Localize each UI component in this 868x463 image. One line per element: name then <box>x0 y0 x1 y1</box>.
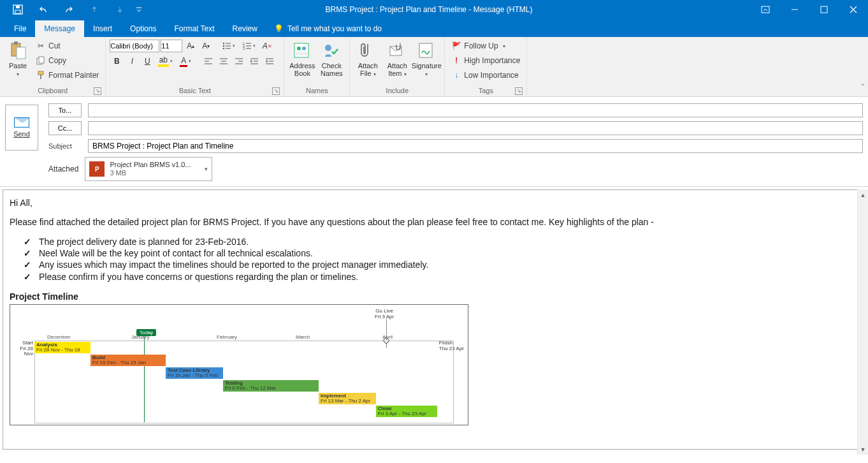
tab-review[interactable]: Review <box>224 20 266 37</box>
envelope-icon <box>14 117 29 128</box>
exclamation-icon: ! <box>451 55 461 66</box>
title-bar: BRMS Project : Project Plan and Timeline… <box>0 0 868 19</box>
underline-button[interactable]: U <box>140 54 154 68</box>
tab-file[interactable]: File <box>5 20 35 37</box>
check-names-button[interactable]: Check Names <box>317 39 345 78</box>
scroll-down-button[interactable]: ▼ <box>858 444 869 455</box>
svg-point-43 <box>297 47 301 50</box>
clear-formatting-button[interactable]: A✕ <box>260 39 274 53</box>
to-button[interactable]: To... <box>48 103 82 117</box>
clipboard-dialog-launcher[interactable]: ↘ <box>94 87 101 95</box>
prev-item-button[interactable] <box>82 0 107 19</box>
tab-options[interactable]: Options <box>121 20 165 37</box>
group-names: Address Book Check Names Names <box>284 37 350 96</box>
quick-access-toolbar <box>0 0 145 19</box>
undo-button[interactable] <box>31 0 56 19</box>
minimize-button[interactable] <box>780 0 809 19</box>
milestone-label: Go Live Fri 3 Apr <box>375 309 394 320</box>
start-label: StartFri 28 Nov <box>14 341 33 357</box>
close-button[interactable] <box>839 0 868 19</box>
signature-button[interactable]: Signature ▾ <box>412 39 440 78</box>
cc-field[interactable] <box>88 121 863 135</box>
tab-format-text[interactable]: Format Text <box>165 20 223 37</box>
tell-me-search[interactable]: 💡 Tell me what you want to do <box>266 20 389 37</box>
address-book-button[interactable]: Address Book <box>288 39 316 78</box>
redo-button[interactable] <box>56 0 82 19</box>
message-body[interactable]: Hi All, Please find attached the detaile… <box>3 189 865 450</box>
down-arrow-icon: ↓ <box>451 70 461 80</box>
vertical-scrollbar[interactable]: ▲ ▼ <box>857 189 868 455</box>
highlight-button[interactable]: ab▾ <box>156 54 175 68</box>
paperclip-icon <box>358 40 378 61</box>
svg-point-15 <box>223 43 224 44</box>
attached-label: Attached <box>48 165 78 173</box>
attach-item-button[interactable]: Attach Item ▾ <box>383 39 411 78</box>
flag-icon: 🚩 <box>451 41 461 51</box>
bullet-list: The project delivery date is planned for… <box>10 236 858 283</box>
copy-icon <box>36 55 46 66</box>
svg-rect-3 <box>762 6 769 13</box>
svg-rect-45 <box>296 52 307 55</box>
qat-customize-button[interactable] <box>133 0 145 19</box>
cc-button[interactable]: Cc... <box>48 121 82 135</box>
attachment-dropdown[interactable]: ▾ <box>205 166 208 172</box>
ribbon: Paste▾ ✂Cut Copy Format Painter Clipboar… <box>0 37 868 97</box>
paste-button[interactable]: Paste▾ <box>4 39 32 78</box>
increase-indent-button[interactable] <box>263 54 277 68</box>
timeline-bar: Test Case LibraryFri 16 Jan - Thu 5 Feb <box>166 367 223 379</box>
cut-button[interactable]: ✂Cut <box>33 39 101 53</box>
italic-button[interactable]: I <box>125 54 139 68</box>
send-button[interactable]: Send <box>5 105 38 151</box>
attachment-chip[interactable]: P Project Plan BRMS v1.0... 3 MB ▾ <box>85 157 212 181</box>
font-color-button[interactable]: A▾ <box>176 54 195 68</box>
ribbon-display-button[interactable] <box>751 0 780 19</box>
svg-rect-9 <box>14 41 18 45</box>
subject-field[interactable] <box>88 139 863 153</box>
timeline-bar: CloseFri 3 Apr - Thu 23 Apr <box>376 406 437 417</box>
group-basic-text: A▴ A▾ ▾ 123▾ A✕ B I U ab▾ A▾ Basic <box>106 37 284 96</box>
tab-insert[interactable]: Insert <box>84 20 121 37</box>
scroll-up-button[interactable]: ▲ <box>858 189 869 200</box>
to-field[interactable] <box>88 103 863 117</box>
tags-dialog-launcher[interactable]: ↘ <box>515 87 523 95</box>
align-left-button[interactable] <box>201 54 215 68</box>
signature-icon <box>416 40 437 61</box>
bullets-button[interactable]: ▾ <box>219 39 238 53</box>
copy-button[interactable]: Copy <box>33 54 101 68</box>
list-item: The project delivery date is planned for… <box>27 236 858 247</box>
align-center-button[interactable] <box>217 54 231 68</box>
svg-rect-2 <box>16 6 20 8</box>
maximize-button[interactable] <box>809 0 839 19</box>
check-names-icon <box>321 40 342 61</box>
font-size-input[interactable] <box>161 40 182 52</box>
decrease-indent-button[interactable] <box>247 54 261 68</box>
basic-text-dialog-launcher[interactable]: ↘ <box>272 87 280 95</box>
save-button[interactable] <box>5 0 31 19</box>
next-item-button[interactable] <box>107 0 133 19</box>
attachment-name: Project Plan BRMS v1.0... <box>110 161 199 169</box>
subject-label: Subject <box>48 142 82 150</box>
shrink-font-button[interactable]: A▾ <box>199 39 213 53</box>
numbering-button[interactable]: 123▾ <box>240 39 259 53</box>
font-name-input[interactable] <box>110 40 159 52</box>
address-book-icon <box>292 40 312 61</box>
follow-up-button[interactable]: 🚩Follow Up ▾ <box>449 39 523 53</box>
collapse-ribbon-button[interactable]: ˆ <box>862 84 864 92</box>
svg-rect-1 <box>15 10 20 13</box>
attach-item-icon <box>387 40 407 61</box>
low-importance-button[interactable]: ↓Low Importance <box>449 68 523 82</box>
window-title: BRMS Project : Project Plan and Timeline… <box>145 5 751 14</box>
svg-rect-12 <box>39 57 44 63</box>
align-right-button[interactable] <box>232 54 246 68</box>
timeline-bar: BuildFri 19 Dec - Thu 15 Jan <box>90 355 166 366</box>
list-item: Neel Wale will be the key point of conta… <box>27 247 858 259</box>
svg-point-19 <box>223 48 224 49</box>
svg-rect-13 <box>38 71 43 75</box>
grow-font-button[interactable]: A▴ <box>184 39 198 53</box>
format-painter-button[interactable]: Format Painter <box>33 68 101 82</box>
bold-button[interactable]: B <box>110 54 124 68</box>
attach-file-button[interactable]: Attach File ▾ <box>354 39 382 78</box>
tab-message[interactable]: Message <box>35 20 84 37</box>
list-item: Please confirm if you have concerns or q… <box>27 271 858 283</box>
high-importance-button[interactable]: !High Importance <box>449 54 523 68</box>
